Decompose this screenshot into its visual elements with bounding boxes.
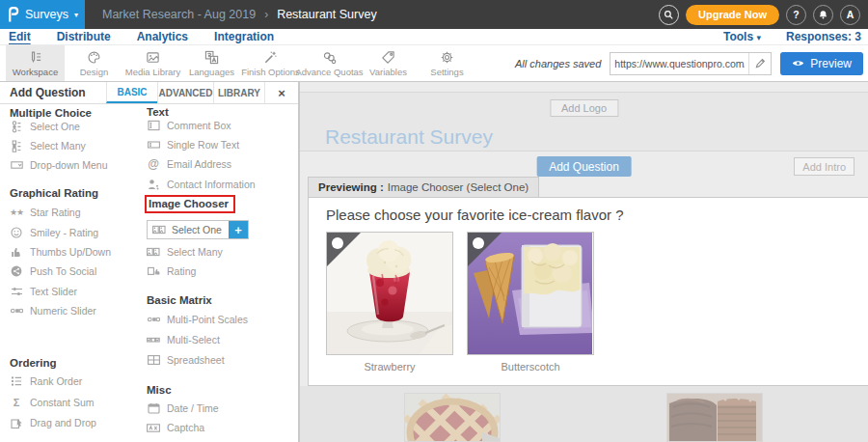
wand-icon xyxy=(263,50,278,65)
search-icon[interactable] xyxy=(659,5,679,25)
breadcrumb-parent[interactable]: Market Research - Aug 2019 xyxy=(102,8,256,21)
survey-title[interactable]: Restaurant Survey xyxy=(325,125,493,149)
toolbar-right: All changes saved Preview xyxy=(515,45,868,81)
add-question-button[interactable]: Add Question xyxy=(536,156,632,177)
responses-link[interactable]: Responses: 3 xyxy=(786,30,861,43)
comment-box-icon xyxy=(147,120,160,131)
add-question-header: Add Question BASIC ADVANCED LIBRARY × xyxy=(0,82,298,104)
add-question-panel: Add Question BASIC ADVANCED LIBRARY × Mu… xyxy=(0,82,299,442)
item-star-rating[interactable]: ★★ Star Rating xyxy=(10,203,81,222)
add-image-chooser-select-one-button[interactable]: + xyxy=(229,221,248,238)
calendar-icon xyxy=(147,402,160,414)
item-spreadsheet[interactable]: Spreadsheet xyxy=(147,350,225,370)
chevron-down-icon: ▾ xyxy=(74,11,78,19)
star-rating-icon: ★★ xyxy=(10,207,23,217)
item-image-chooser-rating[interactable]: Rating xyxy=(147,262,196,281)
questionpro-logo-icon xyxy=(7,7,19,22)
account-avatar[interactable]: A xyxy=(840,5,860,25)
section-ordering: Ordering xyxy=(10,355,57,371)
choice-card-strawberry[interactable]: Strawberry xyxy=(326,232,453,373)
multi-select-icon xyxy=(147,335,160,345)
tag-icon xyxy=(381,50,395,65)
choice-card-butterscotch[interactable]: Butterscotch xyxy=(467,232,594,373)
item-multi-point-scales[interactable]: Multi-Point Scales xyxy=(147,310,248,329)
nav-tab-distribute[interactable]: Distribute xyxy=(57,30,111,43)
radio-choice-strawberry[interactable] xyxy=(332,237,343,249)
toolbar-workspace[interactable]: Workspace xyxy=(6,45,65,81)
help-button[interactable]: ? xyxy=(786,5,806,25)
spreadsheet-icon xyxy=(147,354,160,366)
toolbar-media-library[interactable]: Media Library xyxy=(123,45,182,81)
item-email-address[interactable]: @ Email Address xyxy=(147,154,231,174)
dropdown-icon xyxy=(10,159,23,171)
question-text: Please choose your favorite ice-cream fl… xyxy=(326,207,623,223)
notifications-bell-icon[interactable] xyxy=(813,5,833,25)
previewing-value: Image Chooser (Select One) xyxy=(388,181,529,193)
section-basic-matrix: Basic Matrix xyxy=(147,292,212,308)
section-image-chooser: Image Chooser xyxy=(147,196,235,211)
question-type-list: Multiple Choice Select One Select Many D… xyxy=(0,104,298,442)
tab-library[interactable]: LIBRARY xyxy=(213,82,264,103)
breadcrumb: Market Research - Aug 2019 › Restaurant … xyxy=(102,8,377,21)
item-date-time[interactable]: Date / Time xyxy=(147,399,219,418)
item-single-row-text[interactable]: Single Row Text xyxy=(147,135,239,154)
item-comment-box[interactable]: Comment Box xyxy=(147,116,231,135)
item-smiley-rating[interactable]: Smiley - Rating xyxy=(10,223,98,242)
upgrade-now-button[interactable]: Upgrade Now xyxy=(686,5,779,25)
nav-links: Edit Distribute Analytics Integration xyxy=(0,30,274,43)
item-drag-and-drop[interactable]: Drag and Drop xyxy=(10,413,96,432)
item-thumbs-up-down[interactable]: Thumbs Up/Down xyxy=(10,242,111,262)
image-rating-icon xyxy=(147,265,160,277)
nav-tab-integration[interactable]: Integration xyxy=(214,30,274,43)
edit-url-pencil-icon[interactable] xyxy=(748,53,771,74)
item-drop-down-menu[interactable]: Drop-down Menu xyxy=(10,155,108,175)
close-icon[interactable]: × xyxy=(264,82,298,103)
item-select-one[interactable]: Select One xyxy=(10,117,80,136)
sigma-icon: Σ xyxy=(10,397,23,408)
top-header-bar: Surveys ▾ Market Research - Aug 2019 › R… xyxy=(0,0,868,29)
survey-url-input[interactable] xyxy=(610,58,748,69)
toolbar-settings[interactable]: Settings xyxy=(418,45,476,81)
tab-advanced[interactable]: ADVANCED xyxy=(157,82,213,103)
choice-cards: Strawberry xyxy=(326,232,594,373)
nav-tab-edit[interactable]: Edit xyxy=(9,30,31,43)
toolbar-design[interactable]: Design xyxy=(65,45,123,81)
add-logo-button[interactable]: Add Logo xyxy=(550,99,618,117)
section-graphical-rating: Graphical Rating xyxy=(10,185,98,201)
radio-choice-butterscotch[interactable] xyxy=(473,237,484,249)
contact-person-icon xyxy=(147,179,160,190)
item-rank-order[interactable]: Rank Order xyxy=(10,372,82,391)
toolbar-finish-options[interactable]: Finish Options xyxy=(241,45,300,81)
toolbar-items: Workspace Design Media Library Languages… xyxy=(0,45,476,81)
drag-drop-icon xyxy=(10,417,23,429)
panel-title: Add Question xyxy=(0,82,106,103)
item-select-many[interactable]: Select Many xyxy=(10,136,86,155)
single-row-text-icon xyxy=(147,139,160,151)
questionpro-app: Surveys ▾ Market Research - Aug 2019 › R… xyxy=(0,0,868,442)
toolbar-variables[interactable]: Variables xyxy=(359,45,418,81)
item-numeric-slider[interactable]: Numeric Slider xyxy=(10,301,96,320)
item-contact-information[interactable]: Contact Information xyxy=(147,175,256,194)
toolbar-advance-quotas[interactable]: Advance Quotas xyxy=(300,45,359,81)
toolbar-languages[interactable]: Languages xyxy=(182,45,241,81)
tab-basic[interactable]: BASIC xyxy=(106,82,157,103)
numeric-slider-icon xyxy=(10,305,23,317)
item-image-chooser-select-many[interactable]: Select Many xyxy=(147,242,223,262)
item-text-slider[interactable]: Text Slider xyxy=(10,282,77,301)
thumb-icon xyxy=(10,246,23,258)
next-question-area xyxy=(300,386,868,442)
butterscotch-tub-photo[interactable] xyxy=(467,232,594,355)
item-image-chooser-select-one[interactable]: Select One + xyxy=(147,220,249,239)
surveys-menu[interactable]: Surveys ▾ xyxy=(0,0,85,29)
choice-label: Butterscotch xyxy=(467,361,594,373)
preview-button[interactable]: Preview xyxy=(780,52,863,75)
item-multi-select[interactable]: Multi-Select xyxy=(147,330,220,349)
quota-icon xyxy=(322,50,337,65)
add-intro-button[interactable]: Add Intro xyxy=(794,157,854,176)
item-captcha[interactable]: Captcha xyxy=(147,418,204,437)
item-push-to-social[interactable]: Push To Social xyxy=(10,262,96,281)
item-constant-sum[interactable]: Σ Constant Sum xyxy=(10,393,95,412)
strawberry-sundae-photo[interactable] xyxy=(326,232,453,355)
tools-menu[interactable]: Tools ▾ xyxy=(723,30,761,43)
nav-tab-analytics[interactable]: Analytics xyxy=(137,30,188,43)
